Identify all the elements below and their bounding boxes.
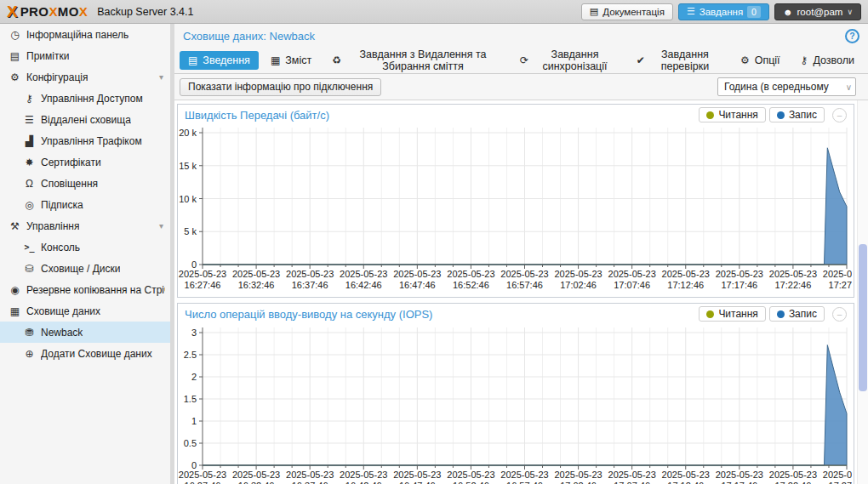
- sidebar-item-notifications[interactable]: ΩСповіщення: [0, 173, 170, 194]
- svg-text:2025-05-23: 2025-05-23: [232, 470, 280, 480]
- sidebar-item-configuration[interactable]: ⚙Конфігурація▾: [0, 66, 170, 88]
- tab-summary[interactable]: ▤Зведення: [180, 51, 259, 70]
- disk-icon: ⛁: [21, 263, 37, 275]
- tab-options[interactable]: ⚙Опції: [732, 51, 789, 70]
- tasks-list-icon: ☰: [687, 6, 695, 17]
- svg-text:17:22:46: 17:22:46: [775, 481, 812, 484]
- sync-icon: ⟳: [520, 54, 528, 66]
- svg-text:2025-05-23: 2025-05-23: [500, 269, 548, 279]
- legend-item-read[interactable]: Читання: [699, 107, 766, 122]
- tab-prune-gc[interactable]: ♻Завдання з Видалення та Збирання сміття: [323, 45, 508, 76]
- sidebar-item-label: Сховище даних: [26, 305, 100, 317]
- database-icon: ⛃: [21, 327, 37, 339]
- sidebar-item-add-datastore[interactable]: ⊕Додати Сховище даних: [0, 343, 170, 364]
- legend-dot-icon: [706, 111, 714, 119]
- legend-label: Запис: [789, 109, 817, 121]
- tab-content[interactable]: ▦Зміст: [262, 51, 320, 70]
- svg-text:2025-05-23: 2025-05-23: [340, 470, 387, 480]
- chart-icon: ▟: [21, 135, 37, 147]
- help-icon[interactable]: ?: [845, 29, 859, 43]
- tab-permissions[interactable]: ⚷Дозволи: [792, 51, 863, 70]
- tab-label: Зміст: [285, 54, 311, 66]
- legend-item-read[interactable]: Читання: [699, 306, 766, 322]
- time-range-select[interactable]: Година (в середньому ∨: [717, 77, 856, 96]
- sidebar-item-notes[interactable]: ▤Примітки: [0, 45, 170, 66]
- tab-label: Завдання перевірки: [650, 48, 720, 72]
- chart-legend: ЧитанняЗапис–: [699, 306, 847, 322]
- legend-label: Запис: [789, 308, 817, 320]
- chart-title: Число операцій вводу-виводу на секунду (…: [185, 308, 432, 321]
- svg-text:2025-05-23: 2025-05-23: [554, 470, 602, 480]
- legend-label: Читання: [718, 109, 758, 121]
- sidebar-item-label: Додати Сховище даних: [41, 348, 152, 360]
- tab-sync-jobs[interactable]: ⟳Завдання синхронізації: [511, 45, 625, 76]
- sidebar-item-dashboard[interactable]: ◷Інформаційна панель: [0, 24, 170, 45]
- sidebar-item-access-control[interactable]: ⚷Управління Доступом: [0, 88, 170, 109]
- sidebar-item-label: Конфігурація: [26, 71, 88, 83]
- chart-legend: ЧитанняЗапис–: [699, 107, 847, 122]
- tab-bar: ▤Зведення▦Зміст♻Завдання з Видалення та …: [174, 48, 868, 74]
- svg-text:17:27:46: 17:27:46: [829, 481, 852, 484]
- svg-text:2025-05-23: 2025-05-23: [393, 470, 441, 480]
- user-icon: ☻: [783, 7, 793, 17]
- product-version: Backup Server 3.4.1: [97, 6, 193, 18]
- list-icon: ☰: [21, 114, 37, 126]
- svg-text:2025-05-23: 2025-05-23: [608, 269, 656, 279]
- sidebar-item-label: Newback: [41, 327, 83, 339]
- chart-panel-iops: Число операцій вводу-виводу на секунду (…: [177, 303, 854, 484]
- sidebar-item-tape-backup[interactable]: ◉Резервне копіювання на Стрічку: [0, 279, 170, 300]
- svg-text:17:07:46: 17:07:46: [614, 481, 650, 484]
- chart-panel-transfer-rate: Швидкість Передачі (байт/с)ЧитанняЗапис–…: [177, 104, 854, 298]
- legend-dot-icon: [777, 111, 785, 119]
- proxmox-backup-server-window: X PROXMOX Backup Server 3.4.1 ▤ Документ…: [0, 0, 868, 484]
- svg-text:2025-05-23: 2025-05-23: [608, 470, 656, 480]
- svg-text:17:02:46: 17:02:46: [560, 280, 597, 290]
- sidebar-item-certificates[interactable]: ✸Сертифікати: [0, 151, 170, 173]
- tasks-button[interactable]: ☰ Завдання 0: [678, 3, 769, 20]
- note-icon: ▤: [7, 50, 23, 62]
- tab-verify-jobs[interactable]: ✔Завдання перевірки: [628, 45, 728, 76]
- vertical-scrollbar[interactable]: [857, 100, 868, 484]
- sidebar-item-label: Сертифікати: [41, 157, 101, 168]
- sidebar-item-label: Консоль: [41, 242, 80, 253]
- scrollbar-thumb[interactable]: [859, 244, 867, 391]
- svg-text:2.5: 2.5: [184, 350, 197, 360]
- sidebar-item-traffic-control[interactable]: ▟Управління Трафіком: [0, 130, 170, 151]
- bell-icon: Ω: [21, 178, 37, 190]
- gears-icon: ⚙: [7, 71, 23, 83]
- tab-label: Завдання синхронізації: [534, 48, 616, 72]
- sidebar-item-storage-disks[interactable]: ⛁Сховище / Диски: [0, 258, 170, 279]
- svg-text:5 k: 5 k: [184, 226, 197, 236]
- main-content: Сховище даних: Newback ? ▤Зведення▦Зміст…: [174, 24, 868, 484]
- chevron-down-icon[interactable]: ▾: [159, 72, 165, 82]
- topbar: X PROXMOX Backup Server 3.4.1 ▤ Документ…: [0, 0, 868, 24]
- sidebar-item-console[interactable]: >_Консоль: [0, 236, 170, 258]
- tab-label: Завдання з Видалення та Збирання сміття: [346, 48, 500, 72]
- sidebar-item-datastore-newback[interactable]: ⛃Newback: [0, 322, 170, 343]
- chevron-down-icon[interactable]: ▾: [159, 221, 165, 231]
- trash-icon: ♻: [332, 54, 341, 66]
- documentation-button[interactable]: ▤ Документація: [581, 3, 673, 20]
- svg-text:17:22:46: 17:22:46: [775, 280, 812, 290]
- sidebar-item-label: Підписка: [41, 199, 83, 211]
- svg-text:2025-05-23: 2025-05-23: [286, 269, 334, 279]
- show-connection-info-button[interactable]: Показати інформацію про підключення: [180, 78, 381, 96]
- legend-item-write[interactable]: Запис: [769, 107, 825, 122]
- sidebar-item-remotes[interactable]: ☰Віддалені сховища: [0, 109, 170, 130]
- svg-text:16:32:46: 16:32:46: [238, 481, 275, 484]
- charts-viewport: Швидкість Передачі (байт/с)ЧитанняЗапис–…: [174, 100, 868, 484]
- sidebar-item-administration[interactable]: ⚒Управління▾: [0, 215, 170, 236]
- legend-item-write[interactable]: Запис: [769, 306, 825, 322]
- unlock-icon: ⚷: [801, 54, 808, 66]
- svg-text:2025-05-23: 2025-05-23: [393, 269, 441, 279]
- toolbar: Показати інформацію про підключення Годи…: [174, 74, 868, 100]
- collapse-panel-icon[interactable]: –: [832, 108, 847, 122]
- svg-text:16:47:46: 16:47:46: [399, 481, 436, 484]
- collapse-panel-icon[interactable]: –: [832, 307, 847, 322]
- sidebar-item-subscription[interactable]: ◎Підписка: [0, 194, 170, 215]
- svg-text:1: 1: [191, 416, 197, 426]
- svg-text:2025-05-23: 2025-05-23: [769, 269, 817, 279]
- sidebar-item-label: Сповіщення: [41, 178, 98, 190]
- user-menu-button[interactable]: ☻ root@pam ∨: [774, 3, 861, 20]
- sidebar-item-datastore[interactable]: ▦Сховище даних: [0, 300, 170, 322]
